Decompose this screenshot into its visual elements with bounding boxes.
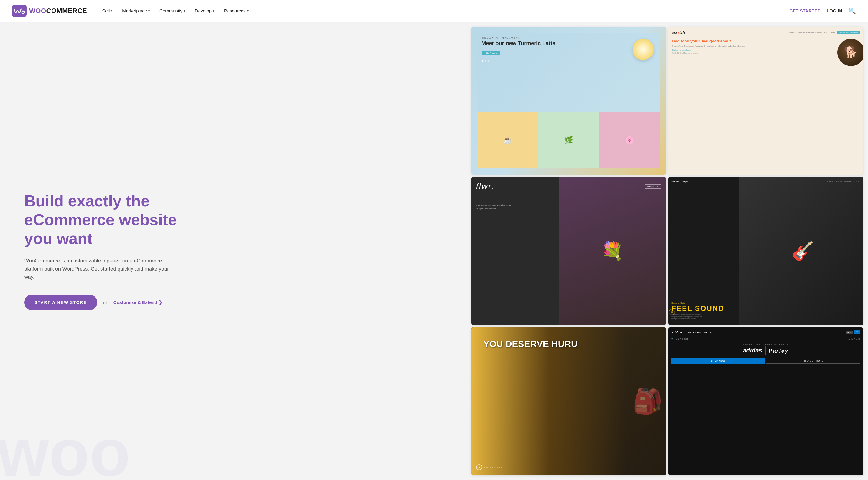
sc3-logo: flwr. bbox=[476, 182, 495, 191]
logo[interactable]: WOOCOMMERCE bbox=[12, 5, 87, 17]
screenshot-turmeric: COZY & ANTI-INFLAMMATORY: Meet our new T… bbox=[471, 27, 666, 174]
chevron-down-icon: ▾ bbox=[247, 9, 249, 12]
sc2-badge: Foodie $50 Small Business of the Year bbox=[672, 52, 775, 54]
sc6-shop-title: ALL BLACKS SHOP bbox=[680, 331, 712, 333]
hero-title: Build exactly the eCommerce website you … bbox=[24, 192, 182, 248]
screenshot-all-blacks: ⚜ AB ALL BLACKS SHOP AIG 🛒 🔍 SEARCH ≡ ME… bbox=[668, 327, 863, 475]
sc1-product-1: ☕ bbox=[477, 111, 538, 168]
sc6-subtitle-label: THE ALL BLACKS PARLEY RANGE bbox=[743, 343, 788, 345]
sc1-product-2: 🌿 bbox=[538, 111, 599, 168]
sc1-btn: FIND A CAFE bbox=[482, 51, 501, 55]
hero-screenshots: COZY & ANTI-INFLAMMATORY: Meet our new T… bbox=[469, 22, 868, 480]
sc2-link[interactable]: Dig into the ingredients bbox=[672, 49, 775, 51]
start-store-button[interactable]: START A NEW STORE bbox=[24, 294, 97, 310]
sc5-title: YOU DESERVE HURU bbox=[484, 340, 654, 349]
screenshot-huru: 🎒 YOU DESERVE HURU ▶ SWIPE LEFT bbox=[471, 327, 666, 475]
sc1-tag: COZY & ANTI-INFLAMMATORY: bbox=[482, 37, 656, 39]
sc6-adidas: adidas bbox=[743, 347, 762, 354]
sc2-title: Dog food you'll feel good about bbox=[672, 39, 775, 44]
login-button[interactable]: LOG IN bbox=[827, 8, 842, 13]
sc1-bowl-image bbox=[632, 39, 654, 60]
hero-section: woo Build exactly the eCommerce website … bbox=[0, 22, 868, 480]
sc1-title: Meet our new Turmeric Latte bbox=[482, 40, 656, 47]
logo-text: WOOCOMMERCE bbox=[29, 7, 87, 15]
nav-item-sell[interactable]: Sell ▾ bbox=[98, 6, 117, 16]
nav-links: Sell ▾ Marketplace ▾ Community ▾ Develop… bbox=[98, 6, 789, 16]
hero-bg-text: woo bbox=[0, 419, 130, 480]
sc6-bag-icon: 🛒 bbox=[854, 330, 860, 334]
sc3-menu: MENU ≡ bbox=[645, 184, 661, 189]
screenshot-flwr: flwr. MENU ≡ 💐 where you order your favo… bbox=[471, 177, 666, 325]
sc6-shop-now-button[interactable]: SHOP NOW bbox=[671, 358, 765, 364]
hero-description: WooCommerce is a customizable, open-sour… bbox=[24, 257, 170, 282]
hero-or-text: or bbox=[103, 300, 107, 305]
sc6-find-out-button[interactable]: FIND OUT MORE bbox=[766, 358, 860, 364]
sc4-sub: Ibrahim Gutan bbox=[671, 302, 860, 304]
hero-left: woo Build exactly the eCommerce website … bbox=[0, 22, 469, 480]
nav-item-community[interactable]: Community ▾ bbox=[155, 6, 189, 16]
chevron-down-icon: ▾ bbox=[213, 9, 214, 12]
sc5-swipe-text: SWIPE LEFT bbox=[484, 467, 503, 469]
nav-item-marketplace[interactable]: Marketplace ▾ bbox=[118, 6, 154, 16]
nav-item-resources[interactable]: Resources ▾ bbox=[220, 6, 253, 16]
sc5-play-button[interactable]: ▶ bbox=[476, 464, 482, 470]
sc4-logo: strandberg* bbox=[671, 180, 688, 183]
sc6-ab-logo: ⚜ AB bbox=[671, 330, 678, 333]
chevron-down-icon: ▾ bbox=[148, 9, 150, 12]
screenshot-strandberg: strandberg* ARTISTS MAGAZINE DEALERS SUP… bbox=[668, 177, 863, 325]
chevron-down-icon: ▾ bbox=[111, 9, 113, 12]
sc6-menu-btn: ≡ MENU bbox=[848, 338, 860, 340]
navbar: WOOCOMMERCE Sell ▾ Marketplace ▾ Communi… bbox=[0, 0, 868, 22]
sc4-desc: Distinguished by their progressive indus… bbox=[671, 314, 705, 320]
sc1-product-3: 🌸 bbox=[599, 111, 660, 168]
sc2-desc: Fresher, Real, Transparent, Australian. … bbox=[672, 45, 775, 47]
hero-actions: START A NEW STORE or Customize & Extend … bbox=[24, 294, 444, 310]
get-started-button[interactable]: GET STARTED bbox=[789, 8, 821, 13]
sc2-logo: scratch bbox=[672, 30, 685, 35]
search-icon[interactable]: 🔍 bbox=[848, 7, 856, 14]
screenshot-scratch: scratch Home Our Recipe Compare Reviews … bbox=[668, 27, 863, 174]
chevron-down-icon: ▾ bbox=[184, 9, 185, 12]
sc6-aig: AIG bbox=[846, 330, 852, 334]
nav-right: GET STARTED LOG IN 🔍 bbox=[789, 7, 856, 14]
customize-extend-link[interactable]: Customize & Extend ❯ bbox=[113, 300, 162, 305]
nav-item-develop[interactable]: Develop ▾ bbox=[191, 6, 218, 16]
sc3-tagline: where you order your favourite flower fo… bbox=[476, 203, 513, 210]
sc4-title: FEEL SOUND bbox=[671, 305, 860, 312]
sc6-parley: Parley bbox=[769, 348, 788, 354]
